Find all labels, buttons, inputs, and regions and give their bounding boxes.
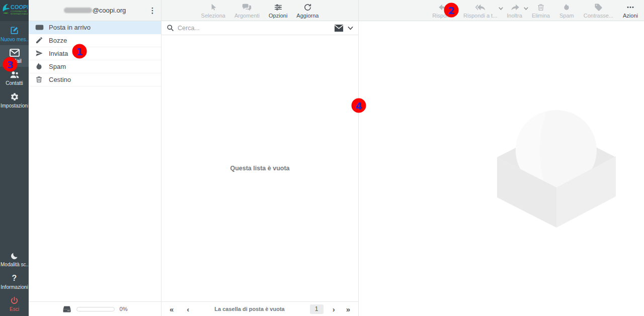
spam-button[interactable]: Spam — [558, 3, 576, 19]
contacts-icon — [10, 70, 20, 79]
toolbar-label: Argomenti — [234, 13, 260, 19]
annotation-mark-4: 4 — [352, 98, 366, 113]
reply-all-icon — [475, 3, 486, 12]
coopi-logo[interactable]: COOPI COOPERAZIONE INTERNAZIONALE — [0, 0, 29, 21]
account-domain: @coopi.org — [93, 7, 126, 14]
logo-subtitle-2: INTERNAZIONALE — [11, 13, 28, 15]
power-icon — [10, 296, 19, 305]
redacted-username — [64, 8, 92, 13]
last-page-button[interactable]: » — [346, 305, 350, 313]
sidebar-item-logout[interactable]: Esci — [0, 293, 29, 316]
page-number-input[interactable]: 1 — [310, 304, 324, 314]
sidebar-item-compose[interactable]: Nuovo mes... — [0, 22, 29, 45]
roundcube-watermark-graphic — [497, 110, 616, 228]
folder-item-trash[interactable]: Cestino — [29, 73, 161, 86]
sidebar-item-dark-mode[interactable]: Modalità sc... — [0, 248, 29, 270]
folder-menu-kebab-icon[interactable]: ⋮ — [147, 0, 158, 21]
inbox-icon — [35, 23, 44, 32]
envelope-icon — [334, 25, 344, 32]
cursor-icon — [209, 3, 217, 12]
search-input[interactable] — [178, 25, 331, 32]
folder-label: Posta in arrivo — [49, 24, 91, 31]
threads-icon — [242, 3, 252, 12]
actions-button[interactable]: Azioni — [621, 3, 639, 19]
logo-title: COOPI — [11, 4, 28, 10]
folder-label: Spam — [49, 63, 66, 70]
refresh-icon — [303, 3, 312, 12]
select-button[interactable]: Seleziona — [200, 3, 227, 19]
forward-icon — [510, 3, 520, 12]
account-header: @coopi.org ⋮ — [29, 0, 161, 21]
toolbar-label: Opzioni — [269, 13, 287, 19]
trash-icon — [35, 75, 44, 84]
message-toolbar: Rispondi Rispondi a t... Inoltra — [359, 0, 644, 21]
forward-button[interactable]: Inoltra — [505, 3, 524, 19]
toolbar-label: Seleziona — [201, 13, 225, 19]
send-icon — [35, 49, 44, 58]
sidebar: COOPI COOPERAZIONE INTERNAZIONALE Nuovo … — [0, 0, 29, 316]
folder-item-inbox[interactable]: Posta in arrivo — [29, 21, 161, 34]
sidebar-item-label: Modalità sc... — [1, 262, 28, 267]
next-page-button[interactable]: › — [333, 305, 335, 313]
delete-button[interactable]: Elimina — [530, 3, 551, 19]
folder-label: Inviata — [49, 50, 68, 57]
sliders-icon — [274, 3, 283, 12]
folder-label: Bozze — [49, 37, 67, 44]
help-icon: ? — [12, 274, 17, 283]
folder-column: @coopi.org ⋮ Posta in arrivo Bozze Invia… — [29, 0, 161, 316]
flame-icon — [35, 62, 44, 71]
mark-button[interactable]: Contrasse... — [582, 3, 615, 19]
reply-all-button[interactable]: Rispondi a t... — [462, 3, 499, 19]
message-list-empty-area: Questa lista è vuota — [162, 35, 358, 301]
folder-item-drafts[interactable]: Bozze — [29, 34, 161, 47]
toolbar-label: Aggiorna — [296, 13, 318, 19]
chevron-down-icon — [499, 7, 503, 10]
folder-item-spam[interactable]: Spam — [29, 60, 161, 73]
coopi-logo-graphic: COOPI COOPERAZIONE INTERNAZIONALE — [2, 2, 28, 20]
pagination-bar: « ‹ La casella di posta è vuota 1 › » — [162, 301, 358, 316]
chevron-down-icon — [524, 7, 528, 10]
search-icon — [167, 24, 174, 32]
toolbar-label: Spam — [559, 13, 574, 19]
moon-icon — [10, 252, 19, 260]
sidebar-item-label: Contatti — [6, 80, 23, 86]
toolbar-label: Elimina — [532, 13, 550, 19]
settings-icon — [10, 92, 19, 101]
compose-icon — [10, 26, 19, 35]
more-icon — [626, 3, 635, 12]
storage-drive-icon — [62, 305, 71, 313]
mail-icon — [10, 49, 20, 57]
sidebar-item-about[interactable]: ? Informazioni — [0, 270, 29, 293]
quota-footer: 0% — [29, 301, 161, 316]
trash-icon — [537, 3, 545, 12]
pagination-status: La casella di posta è vuota — [189, 306, 309, 312]
folder-item-sent[interactable]: Inviata — [29, 47, 161, 60]
annotation-mark-2: 2 — [444, 3, 459, 18]
list-toolbar: Seleziona Argomenti Opzioni Aggiorna — [162, 0, 358, 21]
sidebar-spacer — [0, 112, 29, 248]
folder-label: Cestino — [49, 76, 71, 83]
options-button[interactable]: Opzioni — [267, 3, 289, 19]
flame-icon — [563, 3, 570, 12]
sidebar-item-label: Informazioni — [1, 284, 28, 290]
quota-progress-bar — [76, 307, 115, 311]
message-list-column: Seleziona Argomenti Opzioni Aggiorna — [161, 0, 359, 316]
toolbar-label: Contrasse... — [584, 13, 613, 19]
sidebar-item-settings[interactable]: Impostazioni — [0, 89, 29, 112]
refresh-button[interactable]: Aggiorna — [295, 3, 320, 19]
search-scope-control[interactable] — [334, 25, 353, 32]
search-bar — [162, 21, 358, 35]
chevron-down-icon — [348, 26, 353, 30]
pencil-icon — [35, 36, 44, 45]
toolbar-label: Rispondi a t... — [463, 13, 497, 19]
sidebar-item-label: Impostazioni — [1, 103, 28, 109]
first-page-button[interactable]: « — [170, 305, 174, 313]
toolbar-label: Azioni — [623, 13, 638, 19]
threads-button[interactable]: Argomenti — [233, 3, 261, 19]
sidebar-item-label: Esci — [10, 306, 19, 312]
annotation-mark-3: 3 — [3, 57, 18, 72]
quota-percent: 0% — [120, 306, 128, 312]
content-column: Rispondi Rispondi a t... Inoltra — [359, 0, 644, 316]
toolbar-label: Inoltra — [507, 13, 522, 19]
sidebar-item-label: Nuovo mes... — [1, 37, 28, 42]
